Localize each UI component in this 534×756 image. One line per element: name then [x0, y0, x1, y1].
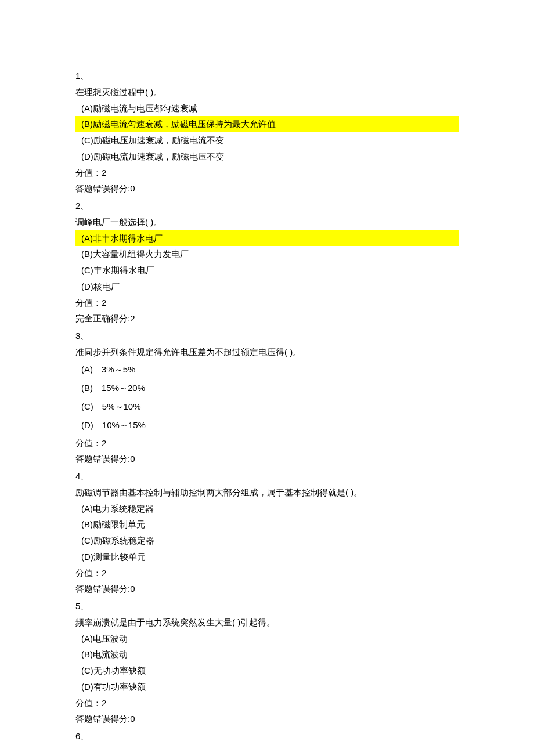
question-stem: 调峰电厂一般选择( )。 [75, 214, 459, 230]
question-stem: 在理想灭磁过程中( )。 [75, 84, 459, 100]
question-stem: 频率崩溃就是由于电力系统突然发生大量( )引起得。 [75, 614, 459, 631]
option: (B) 15%～20% [75, 379, 459, 397]
question-number: 4、 [75, 468, 459, 484]
question-number: 5、 [75, 598, 459, 614]
result-label: 答题错误得分:0 [75, 581, 459, 597]
question-stem: 准同步并列条件规定得允许电压差为不超过额定电压得( )。 [75, 344, 459, 360]
option: (D) 10%～15% [75, 416, 459, 435]
option: (B)大容量机组得火力发电厂 [75, 246, 459, 262]
option: (C) 5%～10% [75, 397, 459, 416]
result-label: 答题错误得分:0 [75, 711, 459, 727]
option: (C)励磁电压加速衰减，励磁电流不变 [75, 132, 459, 149]
option: (B)励磁电流匀速衰减，励磁电压保持为最大允许值 [75, 116, 459, 132]
option: (D)励磁电流加速衰减，励磁电压不变 [75, 149, 459, 165]
option: (A)电压波动 [75, 631, 459, 647]
result-label: 完全正确得分:2 [75, 310, 459, 327]
option: (A)电力系统稳定器 [75, 501, 459, 517]
option: (D)测量比较单元 [75, 549, 459, 565]
option: (C)无功功率缺额 [75, 663, 459, 679]
option: (B)电流波动 [75, 646, 459, 663]
option: (A) 3%～5% [75, 360, 459, 379]
document-page: 1、在理想灭磁过程中( )。(A)励磁电流与电压都匀速衰减(B)励磁电流匀速衰减… [0, 0, 534, 756]
question-number: 2、 [75, 198, 459, 214]
result-label: 答题错误得分:0 [75, 180, 459, 197]
option: (C)丰水期得水电厂 [75, 262, 459, 278]
score-label: 分值：2 [75, 295, 459, 311]
score-label: 分值：2 [75, 565, 459, 581]
option: (B)励磁限制单元 [75, 516, 459, 533]
question-number: 1、 [75, 68, 459, 84]
score-label: 分值：2 [75, 435, 459, 451]
question-number: 3、 [75, 328, 459, 344]
score-label: 分值：2 [75, 165, 459, 181]
result-label: 答题错误得分:0 [75, 451, 459, 467]
question-stem: 励磁调节器由基本控制与辅助控制两大部分组成，属于基本控制得就是( )。 [75, 484, 459, 501]
question-number: 6、 [75, 728, 459, 744]
option: (D)核电厂 [75, 278, 459, 295]
score-label: 分值：2 [75, 695, 459, 711]
option: (C)励磁系统稳定器 [75, 533, 459, 549]
option: (D)有功功率缺额 [75, 679, 459, 695]
option: (A)励磁电流与电压都匀速衰减 [75, 100, 459, 117]
option: (A)非丰水期得水电厂 [75, 230, 459, 247]
